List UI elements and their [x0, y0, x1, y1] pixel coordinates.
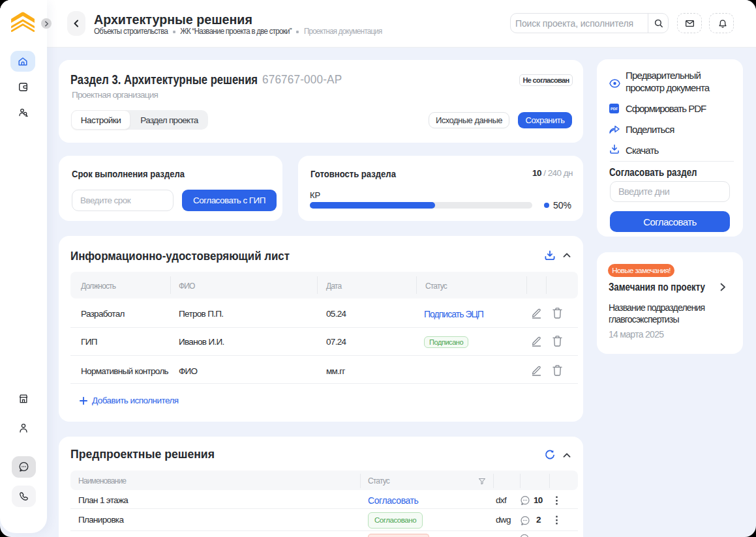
svg-text:PDF: PDF: [611, 107, 618, 111]
